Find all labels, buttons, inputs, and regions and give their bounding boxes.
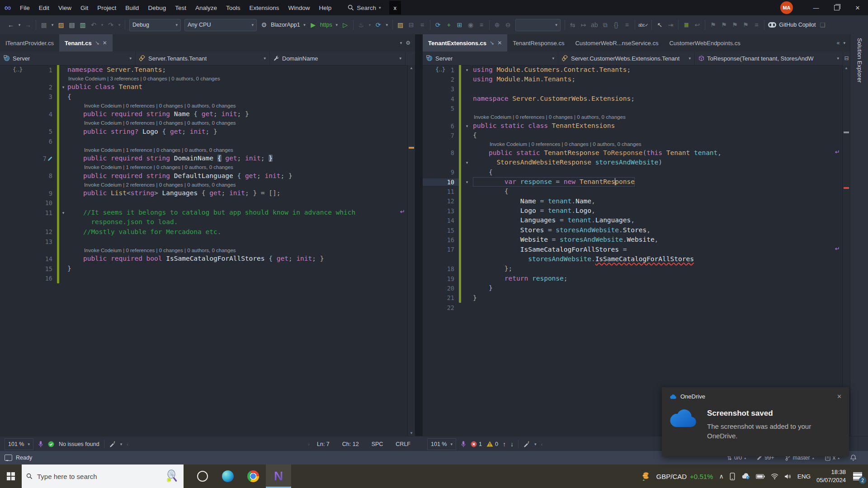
- more-icon[interactable]: ≡: [476, 19, 487, 31]
- refresh-icon[interactable]: ⟳: [433, 19, 443, 31]
- compare-icon[interactable]: ⇆: [567, 19, 578, 31]
- hot-reload-icon[interactable]: ♨: [356, 19, 367, 31]
- menu-item-edit[interactable]: Edit: [34, 0, 54, 15]
- code-line[interactable]: 12 //Mostly valuble for Mercadona etc.: [0, 227, 408, 237]
- codelens-text[interactable]: Invoke Codeium | 1 reference | 0 changes…: [84, 164, 233, 170]
- code-line[interactable]: 16 Website = storesAndWebsite.Website,: [423, 235, 843, 244]
- restore-button[interactable]: [826, 0, 847, 15]
- battery-icon[interactable]: [756, 474, 765, 479]
- zoom-selector[interactable]: 101 %▾: [427, 438, 456, 450]
- code-cleanup-icon[interactable]: [523, 441, 530, 447]
- code-line[interactable]: 14 Languages = tenant.Languages,: [423, 216, 843, 225]
- tab-list-chevron-icon[interactable]: ▾: [400, 41, 402, 45]
- avatar[interactable]: MA: [780, 1, 793, 14]
- fold-caret-icon[interactable]: ▾: [461, 180, 473, 184]
- code-editor-left[interactable]: 1namespace Server.Tenants;Invoke Codeium…: [0, 65, 408, 436]
- menu-item-analyze[interactable]: Analyze: [191, 0, 222, 15]
- code-line[interactable]: 15}: [0, 264, 408, 273]
- run-outline-icon[interactable]: ▷: [340, 19, 351, 31]
- close-button[interactable]: ✕: [847, 0, 868, 15]
- tab-customerwebr-nseservice-cs[interactable]: CustomerWebR...nseService.cs: [570, 34, 664, 52]
- volume-icon[interactable]: [784, 474, 792, 479]
- line-ending-indicator[interactable]: CRLF: [396, 441, 410, 447]
- toolbar-label-github-copilot[interactable]: GitHub Copilot: [778, 22, 817, 28]
- scrollbar-right[interactable]: ▲ ▼: [842, 65, 850, 436]
- start-button[interactable]: [0, 465, 22, 488]
- taskbar-search[interactable]: Type here to search: [22, 465, 184, 488]
- menu-item-help[interactable]: Help: [315, 0, 336, 15]
- chevron-down-icon[interactable]: ▾: [99, 19, 105, 31]
- open-folder-icon[interactable]: ▨: [56, 19, 66, 31]
- scroll-down-icon[interactable]: ▼: [408, 431, 415, 435]
- restart-icon[interactable]: ⟳: [373, 19, 384, 31]
- pin-icon[interactable]: ⊸: [488, 39, 496, 47]
- tab-itenantprovider-cs[interactable]: ITenantProvider.cs: [0, 34, 59, 52]
- breadcrumb-project[interactable]: Server▾: [423, 52, 558, 65]
- edge-button[interactable]: [215, 465, 241, 488]
- codelens-text[interactable]: Invoke Codeium | 0 references | 0 change…: [84, 103, 236, 108]
- code-line[interactable]: 1▾using Module.Customers.Contract.Tenant…: [423, 65, 843, 75]
- breadcrumb-property[interactable]: DomainName▾: [270, 52, 406, 65]
- search-control[interactable]: Search ▾: [348, 5, 381, 11]
- code-line[interactable]: 19 return response;: [423, 274, 843, 283]
- menu-item-build[interactable]: Build: [121, 0, 143, 15]
- code-line[interactable]: 10: [0, 198, 408, 208]
- visual-studio-button[interactable]: N: [266, 465, 291, 488]
- codelens-text[interactable]: Invoke Codeium | 2 references | 0 change…: [84, 182, 236, 188]
- chevron-down-icon[interactable]: ▾: [302, 19, 308, 31]
- fold-caret-icon[interactable]: ▾: [59, 85, 67, 89]
- code-line[interactable]: 6▾public static class TenantExtensions: [423, 121, 843, 131]
- menu-item-test[interactable]: Test: [170, 0, 191, 15]
- codelens-text[interactable]: Invoke Codeium | 0 references | 0 change…: [474, 114, 626, 120]
- bookmark-prev-icon[interactable]: ⚑: [718, 19, 729, 31]
- code-line[interactable]: 12 Name = tenant.Name,: [423, 197, 843, 206]
- menu-item-file[interactable]: File: [15, 0, 34, 15]
- tab-tenantresponse-cs[interactable]: TenantResponse.cs: [507, 34, 570, 52]
- code-wrap-line[interactable]: storesAndWebsite.IsSameCatalogForAllStor…: [423, 254, 843, 264]
- bell-status[interactable]: [850, 455, 856, 461]
- code-line[interactable]: 6: [0, 136, 408, 146]
- language-indicator[interactable]: ENG: [797, 473, 811, 480]
- toolbar-label-https[interactable]: https: [319, 22, 334, 28]
- menu-item-debug[interactable]: Debug: [143, 0, 170, 15]
- code-wrap-line[interactable]: ▾ StoresAndWebsiteResponse storesAndWebs…: [423, 158, 843, 167]
- grid-icon[interactable]: ⊞: [454, 19, 465, 31]
- code-line[interactable]: 8 public static TenantResponse ToRespons…: [423, 148, 843, 158]
- minimize-button[interactable]: —: [806, 0, 826, 15]
- code-line[interactable]: 2▾public class Tenant: [0, 82, 408, 92]
- close-icon[interactable]: ✕: [837, 393, 842, 400]
- forward-circle-icon[interactable]: →: [23, 19, 33, 31]
- clock[interactable]: 18:38 05/07/2024: [816, 468, 846, 484]
- toolbar-combo[interactable]: ▾: [515, 19, 561, 31]
- next-issue-icon[interactable]: ↓: [510, 441, 514, 448]
- tab-tenant-cs[interactable]: Tenant.cs⊸✕: [59, 34, 113, 52]
- breadcrumb-class[interactable]: Server.CustomerWebs.Extensions.Tenant▾: [558, 52, 695, 65]
- chrome-button[interactable]: [241, 465, 266, 488]
- sort-undo-icon[interactable]: ↩: [692, 19, 703, 31]
- code-wrap-line[interactable]: response.json to load.: [0, 217, 408, 227]
- fold-caret-icon[interactable]: ▾: [461, 68, 473, 72]
- copilot-chat-icon[interactable]: ❏: [817, 19, 828, 31]
- pane-splitter[interactable]: [415, 34, 423, 436]
- code-line[interactable]: 11▾ //It seems it belongs to catalog but…: [0, 208, 408, 217]
- your-phone-icon[interactable]: [730, 473, 735, 480]
- microphone-icon[interactable]: [38, 441, 43, 448]
- scroll-tabs-left-icon[interactable]: «: [837, 40, 840, 46]
- more-icon[interactable]: ≡: [622, 19, 632, 31]
- market-ticker[interactable]: GBP/CAD +0.51%: [656, 473, 713, 480]
- codelens-text[interactable]: Invoke Codeium | 3 references | 0 change…: [68, 76, 220, 81]
- code-line[interactable]: 13: [0, 237, 408, 246]
- code-editor-right[interactable]: 1▾using Module.Customers.Contract.Tenant…: [423, 65, 843, 436]
- back-circle-icon[interactable]: ←: [5, 19, 16, 31]
- solution-explorer-strip[interactable]: Solution Explorer: [850, 34, 868, 436]
- code-line[interactable]: 2using Module.Main.Tenants;: [423, 75, 843, 84]
- code-line[interactable]: 22: [423, 303, 843, 312]
- chevron-down-icon[interactable]: ▾: [334, 19, 340, 31]
- code-line[interactable]: 14 public required bool IsSameCatalogFor…: [0, 254, 408, 263]
- chevron-down-icon[interactable]: ▾: [16, 19, 23, 31]
- search-text-box[interactable]: x: [389, 1, 401, 14]
- toolbar-label-blazorapp1[interactable]: BlazorApp1: [269, 22, 302, 28]
- breadcrumb-class[interactable]: Server.Tenants.Tenant▾: [136, 52, 270, 65]
- rename-icon[interactable]: ab: [589, 19, 600, 31]
- code-line[interactable]: 3: [423, 84, 843, 94]
